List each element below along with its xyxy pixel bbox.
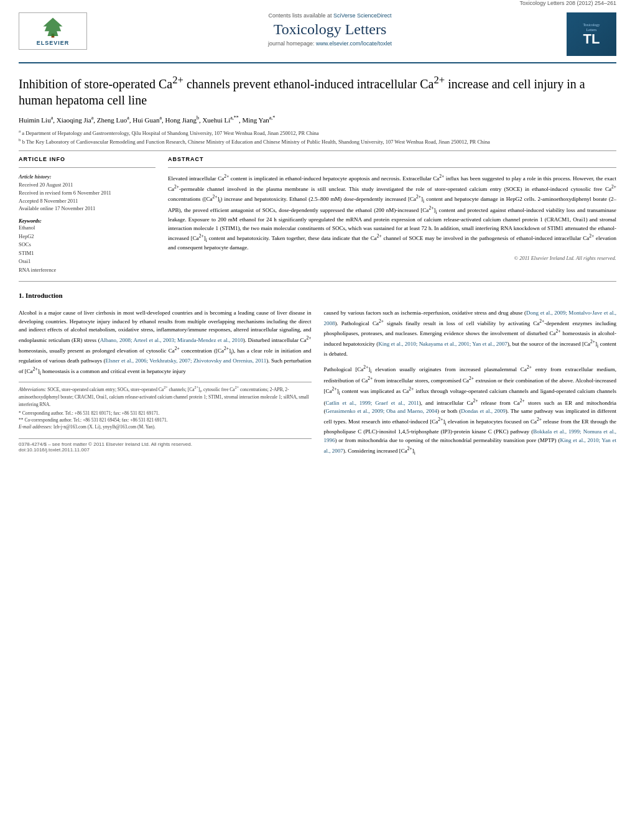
svg-marker-1 [43,17,62,36]
journal-homepage: journal homepage: www.elsevier.com/locat… [106,40,554,47]
revised-date: Received in revised form 6 November 2011 [19,189,155,197]
tl-logo-abbrev: TL [583,32,600,46]
intro-left-text: Alcohol is a major cause of liver cirrho… [19,309,312,377]
intro-section: 1. Introduction Alcohol is a major cause… [19,292,616,457]
kw-ethanol: Ethanol [19,224,155,233]
intro-right-text-1: caused by various factors such as ischem… [324,309,617,359]
issn-line: 0378-4274/$ – see front matter © 2011 El… [19,441,312,447]
section-divider [19,281,616,282]
header-divider [19,62,616,63]
article-body: Inhibition of store-operated Ca2+ channe… [0,67,635,469]
abbreviations-note: Abbreviations: SOCE, store-operated calc… [19,385,312,408]
copyright-line: © 2011 Elsevier Ireland Ltd. All rights … [168,255,616,261]
intro-left-col: Alcohol is a major cause of liver cirrho… [19,309,312,457]
article-history: Article history: Received 20 August 2011… [19,173,155,213]
intro-right-col: caused by various factors such as ischem… [324,309,617,457]
elsevier-tree-icon [40,17,65,39]
received-date: Received 20 August 2011 [19,181,155,189]
email-note: E-mail addresses: lzh-j-n@163.com (X. Li… [19,423,312,430]
elsevier-text: ELSEVIER [37,40,70,46]
article-info-heading: ARTICLE INFO [19,156,155,162]
abstract-divider [168,167,616,168]
tl-logo-text-line1: Toxicology [583,22,600,27]
intro-columns: Alcohol is a major cause of liver cirrho… [19,309,616,457]
article-title: Inhibition of store-operated Ca2+ channe… [19,73,616,108]
authors: Huimin Liua, Xiaoqing Jiaa, Zheng Luoa, … [19,114,616,125]
journal-center: Contents lists available at SciVerse Sci… [93,12,567,47]
info-divider [19,167,155,168]
corresponding-note-1: * Corresponding author. Tel.: +86 531 82… [19,410,312,417]
volume-info: Toxicology Letters 208 (2012) 254–261 [0,0,635,6]
abstract-text: Elevated intracellular Ca2+ content is i… [168,173,616,252]
doi-line: doi:10.1016/j.toxlet.2011.11.007 [19,447,312,453]
kw-orai1: Orai1 [19,257,155,266]
abstract-column: ABSTRACT Elevated intracellular Ca2+ con… [168,156,616,274]
keywords-label: Keywords: [19,218,155,224]
journal-header: ELSEVIER Contents lists available at Sci… [0,7,635,58]
affiliations: a a Department of Hepatology and Gastroe… [19,129,616,145]
corresponding-note-2: ** Co-corresponding author. Tel.: +86 53… [19,417,312,423]
elsevier-logo: ELSEVIER [19,12,87,50]
kw-rna: RNA interference [19,266,155,275]
kw-socs: SOCs [19,241,155,249]
kw-hepg2: HepG2 [19,233,155,241]
bottom-bar: 0378-4274/$ – see front matter © 2011 El… [19,438,312,453]
homepage-url[interactable]: www.elsevier.com/locate/toxlet [316,40,392,47]
top-bar: ELSEVIER Contents lists available at Sci… [19,12,616,56]
keywords-section: Keywords: Ethanol HepG2 SOCs STIM1 Orai1… [19,218,155,275]
keywords-list: Ethanol HepG2 SOCs STIM1 Orai1 RNA inter… [19,224,155,275]
journal-logo-right: Toxicology Letters TL [567,12,616,56]
accepted-date: Accepted 8 November 2011 [19,197,155,205]
online-date: Available online 17 November 2011 [19,205,155,213]
article-divider [19,150,616,151]
intro-heading: 1. Introduction [19,292,616,299]
history-label: Article history: [19,173,155,181]
kw-stim1: STIM1 [19,249,155,258]
journal-name: Toxicology Letters [106,21,554,38]
page: Toxicology Letters 208 (2012) 254–261 EL… [0,0,635,840]
intro-right-text-2: Pathological [Ca2+]i elevation usually o… [324,364,617,456]
elsevier-logo-area: ELSEVIER [19,12,93,50]
info-abstract-columns: ARTICLE INFO Article history: Received 2… [19,156,616,274]
article-info-column: ARTICLE INFO Article history: Received 2… [19,156,155,274]
sciverse-line: Contents lists available at SciVerse Sci… [106,12,554,19]
abstract-heading: ABSTRACT [168,156,616,162]
footnotes: Abbreviations: SOCE, store-operated calc… [19,382,312,431]
sciverse-link[interactable]: SciVerse ScienceDirect [333,12,392,19]
